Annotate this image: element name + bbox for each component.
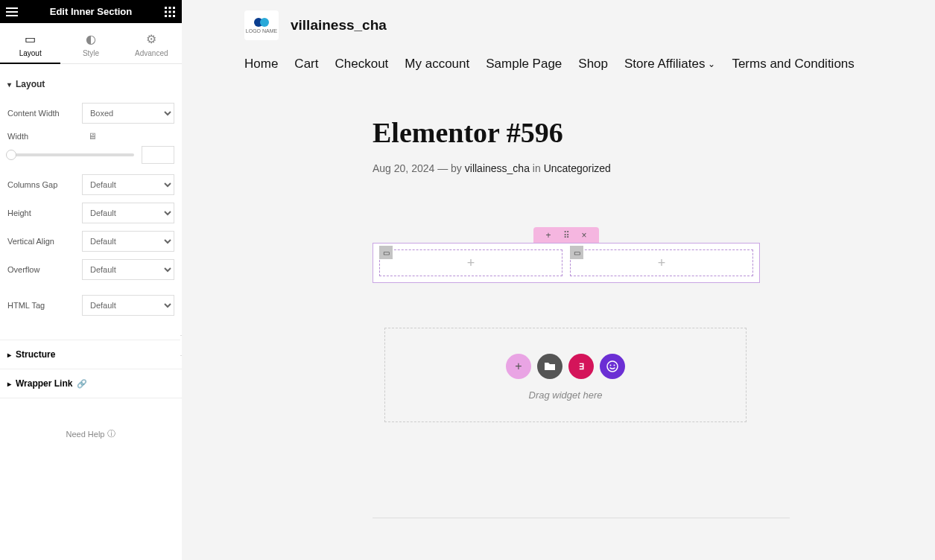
by-prefix: by (451, 162, 462, 174)
add-widget-icon[interactable]: + (467, 255, 475, 271)
drop-zone[interactable]: + ∃ Drag widget here (384, 328, 747, 422)
svg-rect-6 (165, 10, 167, 13)
outer-section[interactable]: ▭ + ▭ + (373, 243, 760, 283)
layout-icon: ▭ (0, 32, 60, 46)
global-button[interactable] (600, 354, 625, 379)
post-author-link[interactable]: villainess_cha (465, 162, 530, 174)
menu-checkout[interactable]: Checkout (335, 57, 388, 71)
post-header: Elementor #596 Aug 20, 2024 — by villain… (373, 86, 760, 226)
section-layout-header[interactable]: ▾ Layout (7, 73, 174, 95)
section-toolbar: + ⠿ × (373, 227, 760, 244)
menu-store-affiliates[interactable]: Store Affiliates⌄ (624, 57, 715, 71)
svg-rect-9 (165, 15, 167, 17)
post-category-link[interactable]: Uncategorized (544, 162, 611, 174)
meta-sep: — (437, 162, 448, 174)
sidebar-header: Edit Inner Section (0, 0, 182, 23)
section-structure[interactable]: ▸ Structure (0, 340, 182, 369)
inner-column-1[interactable]: ▭ + (379, 249, 562, 276)
menu-icon[interactable] (0, 0, 24, 23)
svg-rect-0 (6, 7, 18, 9)
add-widget-icon[interactable]: + (658, 255, 666, 271)
wrapper-link-label: Wrapper Link (16, 378, 72, 389)
menu-home[interactable]: Home (244, 57, 278, 71)
post-date: Aug 20, 2024 (373, 162, 434, 174)
folder-icon (544, 360, 556, 372)
add-section-round-button[interactable]: + (506, 354, 531, 379)
height-select[interactable]: Default (82, 203, 174, 223)
chevron-down-icon: ⌄ (708, 59, 715, 69)
svg-rect-8 (173, 10, 175, 13)
svg-point-13 (610, 365, 612, 366)
template-library-button[interactable] (537, 354, 562, 379)
htmltag-label: HTML Tag (7, 301, 82, 310)
layout-panel: ▾ Layout Content Width Boxed Width 🖥 Col… (0, 64, 182, 332)
svg-rect-10 (169, 15, 171, 17)
structure-label: Structure (16, 349, 55, 360)
in-prefix: in (533, 162, 541, 174)
need-help[interactable]: Need Help ⓘ (0, 428, 182, 439)
svg-rect-2 (6, 15, 18, 16)
tab-advanced[interactable]: ⚙ Advanced (121, 23, 182, 63)
inner-column-2[interactable]: ▭ + (570, 249, 753, 276)
help-label: Need Help (66, 430, 105, 439)
help-icon: ⓘ (107, 428, 115, 439)
add-section-button[interactable]: + (539, 229, 557, 242)
elementskit-button[interactable]: ∃ (568, 354, 594, 379)
gear-icon: ⚙ (121, 32, 182, 46)
style-icon: ◐ (60, 32, 121, 46)
tab-label: Advanced (121, 49, 182, 57)
htmltag-select[interactable]: Default (82, 295, 174, 316)
width-slider[interactable] (7, 153, 134, 156)
columns-gap-label: Columns Gap (7, 180, 82, 189)
svg-point-12 (607, 361, 618, 372)
link-icon: 🔗 (77, 379, 87, 389)
post-title: Elementor #596 (373, 116, 760, 149)
tab-label: Layout (0, 49, 60, 57)
delete-section-button[interactable]: × (575, 229, 593, 242)
tab-style[interactable]: ◐ Style (60, 23, 121, 63)
valign-label: Vertical Align (7, 237, 82, 246)
post-meta: Aug 20, 2024 — by villainess_cha in Unca… (373, 162, 760, 174)
column-handle-icon[interactable]: ▭ (570, 246, 583, 259)
overflow-label: Overflow (7, 265, 82, 274)
width-input[interactable] (142, 146, 174, 164)
valign-select[interactable]: Default (82, 231, 174, 252)
inner-section-editing: + ⠿ × ▭ + ▭ + (373, 226, 760, 283)
section-title: Layout (16, 79, 45, 89)
editor-sidebar: Edit Inner Section ▭ Layout ◐ Style ⚙ Ad… (0, 0, 182, 560)
svg-rect-1 (6, 11, 18, 13)
slider-thumb[interactable] (6, 150, 16, 160)
svg-point-14 (614, 365, 615, 366)
editor-tabs: ▭ Layout ◐ Style ⚙ Advanced (0, 23, 182, 64)
menu-shop[interactable]: Shop (578, 57, 608, 71)
tab-layout[interactable]: ▭ Layout (0, 23, 60, 63)
column-handle-icon[interactable]: ▭ (379, 246, 393, 259)
site-title[interactable]: villainess_cha (291, 17, 387, 34)
drag-handle-icon[interactable]: ⠿ (557, 229, 575, 242)
width-label: Width (7, 132, 82, 141)
drop-text: Drag widget here (385, 389, 746, 401)
main-menu: Home Cart Checkout My account Sample Pag… (182, 40, 935, 86)
svg-rect-5 (173, 7, 175, 9)
columns-gap-select[interactable]: Default (82, 174, 174, 195)
section-wrapper-link[interactable]: ▸ Wrapper Link 🔗 (0, 369, 182, 398)
caret-right-icon: ▸ (7, 380, 11, 388)
menu-terms[interactable]: Terms and Conditions (732, 57, 854, 71)
content-width-select[interactable]: Boxed (82, 103, 174, 124)
add-buttons-row: + ∃ (385, 354, 746, 379)
menu-sample-page[interactable]: Sample Page (486, 57, 562, 71)
site-logo[interactable]: LOGO NAME (244, 10, 279, 40)
desktop-icon[interactable]: 🖥 (88, 131, 97, 141)
height-label: Height (7, 209, 82, 217)
smile-icon (606, 360, 618, 372)
inner-row: ▭ + ▭ + (379, 249, 753, 276)
svg-rect-3 (165, 7, 167, 9)
menu-my-account[interactable]: My account (405, 57, 469, 71)
content-divider (373, 518, 790, 518)
tab-label: Style (60, 49, 121, 57)
menu-cart[interactable]: Cart (294, 57, 318, 71)
widgets-grid-icon[interactable] (158, 0, 182, 23)
caret-down-icon: ▾ (7, 80, 11, 89)
overflow-select[interactable]: Default (82, 259, 174, 280)
preview-canvas: LOGO NAME villainess_cha Home Cart Check… (182, 0, 935, 560)
